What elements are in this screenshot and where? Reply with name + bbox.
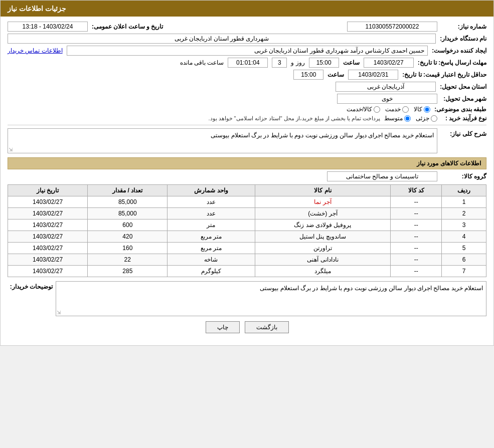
cell-tedad: 600 xyxy=(88,219,168,231)
tabaqe-label: طبقه بندی موضوعی: xyxy=(434,106,486,113)
table-row: 3--پروفیل فولادی ضد زنگمتر6001403/02/27 xyxy=(8,219,486,231)
tarikh-elan-value: 1403/02/24 - 13:18 xyxy=(8,22,88,32)
table-row: 7--میلگردکیلوگرم2851403/02/27 xyxy=(8,266,486,277)
table-row: 6--نادادانی آهنیشاخه221403/02/27 xyxy=(8,254,486,266)
shahr-value: خوی xyxy=(337,94,437,104)
noea-motavas-label[interactable]: متوسط xyxy=(384,115,411,122)
col-radif: ردیف xyxy=(442,185,486,196)
table-row: 5--تراورتنمتر مربع1601403/02/27 xyxy=(8,243,486,254)
cell-vahed: کیلوگرم xyxy=(168,266,255,277)
cell-tarikh: 1403/02/27 xyxy=(8,254,88,266)
cell-vahed: متر مربع xyxy=(168,231,255,243)
hadaqal-label: حداقل تاریخ اعتبار قیمت: تا تاریخ: xyxy=(402,71,486,78)
cell-radif: 1 xyxy=(442,196,486,208)
cell-tarikh: 1403/02/27 xyxy=(8,243,88,254)
shahr-label: شهر محل تحویل: xyxy=(441,95,486,102)
page-container: جزئیات اطلاعات نیاز شماره نیاز: 11030055… xyxy=(0,0,494,346)
tabaqe-kala-label[interactable]: کالا xyxy=(414,106,430,113)
cell-kod: -- xyxy=(391,266,442,277)
kalaha-section-title: اطلاعات کالاهای مورد نیاز xyxy=(8,157,486,169)
tozih-row: استعلام خرید مصالح اجرای دیوار سالن ورزش… xyxy=(8,281,486,316)
cell-radif: 5 xyxy=(442,243,486,254)
tabaqe-kala-khedmat-label[interactable]: کالا/خدمت xyxy=(347,106,380,113)
hadaqal-saet-label: ساعت xyxy=(327,71,344,78)
ijad-value: حسین احمدی کارشناس درآمد شهرداری قطور اس… xyxy=(67,46,428,56)
page-header: جزئیات اطلاعات نیاز xyxy=(1,1,493,17)
cell-radif: 3 xyxy=(442,219,486,231)
cell-kod: -- xyxy=(391,243,442,254)
cell-tarikh: 1403/02/27 xyxy=(8,196,88,208)
tabaqe-kala-radio[interactable] xyxy=(424,106,430,113)
cell-name: پروفیل فولادی ضد زنگ xyxy=(255,219,391,231)
cell-vahed: عدد xyxy=(168,196,255,208)
cell-vahed: عدد xyxy=(168,208,255,219)
goods-table: ردیف کد کالا نام کالا واحد شمارش تعداد /… xyxy=(8,184,486,277)
group-value: تاسیسات و مصالح ساختمانی xyxy=(327,171,437,181)
hadaqal-date: 1403/02/31 xyxy=(348,70,398,80)
noea-jozi-radio[interactable] xyxy=(431,115,437,122)
cell-tarikh: 1403/02/27 xyxy=(8,231,88,243)
noea-radio-group: جزئی متوسط xyxy=(384,115,437,122)
sharh-value: استعلام خرید مصالح اجرای دیوار سالن ورزش… xyxy=(8,128,437,153)
nam-dastgah-label: نام دستگاه خریدار: xyxy=(440,35,486,42)
cell-tedad: 85,000 xyxy=(88,196,168,208)
group-label: گروه کالا: xyxy=(441,173,486,180)
cell-kod: -- xyxy=(391,219,442,231)
ijad-label: ایجاد کننده درخواست: xyxy=(432,47,486,54)
cell-radif: 2 xyxy=(442,208,486,219)
cell-vahed: شاخه xyxy=(168,254,255,266)
cell-name: آجر (خشت) xyxy=(255,208,391,219)
tozih-label: توضیحات خریدار: xyxy=(8,281,53,290)
cell-tarikh: 1403/02/27 xyxy=(8,266,88,277)
table-row: 2--آجر (خشت)عدد85,0001403/02/27 xyxy=(8,208,486,219)
cell-kod: -- xyxy=(391,254,442,266)
hadaqal-saet: 15:00 xyxy=(293,70,323,80)
noea-label: نوع فرآیند خرید : xyxy=(441,115,486,122)
tabaqe-khedmat-label[interactable]: خدمت xyxy=(385,106,409,113)
mohlet-saet-label: ساعت xyxy=(343,59,360,66)
shomare-niaz-label: شماره نیاز: xyxy=(441,23,486,30)
cell-radif: 7 xyxy=(442,266,486,277)
table-row: 1--آجر نماعدد85,0001403/02/27 xyxy=(8,196,486,208)
mohlet-label: مهلت ارسال پاسخ: تا تاریخ: xyxy=(418,59,486,66)
mohlet-baqi-label: ساعت باقی مانده xyxy=(180,59,224,66)
shomare-niaz-value: 1103005572000022 xyxy=(347,22,437,32)
mohlet-roz-label: روز و xyxy=(291,59,304,66)
tabaqe-kala-khedmat-radio[interactable] xyxy=(374,106,380,113)
bazgasht-button[interactable]: بازگشت xyxy=(245,321,289,333)
cell-kod: -- xyxy=(391,196,442,208)
mohlet-roz: 3 xyxy=(272,58,287,68)
mohlet-saet: 15:00 xyxy=(309,58,339,68)
resize-icon: ⇲ xyxy=(9,147,13,152)
mohlet-baqi: 01:01:04 xyxy=(228,58,268,68)
cell-tedad: 160 xyxy=(88,243,168,254)
tarikh-elan-label: تاریخ و ساعت اعلان عمومی: xyxy=(92,23,163,30)
col-tarikh: تاریخ نیاز xyxy=(8,185,88,196)
tabaqe-radio-group: کالا خدمت کالا/خدمت xyxy=(347,106,430,113)
ostan-value: آذربایجان غربی xyxy=(336,82,436,92)
cell-name: میلگرد xyxy=(255,266,391,277)
cell-radif: 6 xyxy=(442,254,486,266)
cell-name: ساندویچ پنل استیل xyxy=(255,231,391,243)
col-name: نام کالا xyxy=(255,185,391,196)
cell-kod: -- xyxy=(391,231,442,243)
cell-radif: 4 xyxy=(442,231,486,243)
cell-name: نادادانی آهنی xyxy=(255,254,391,266)
etelaat-tamas-link[interactable]: اطلاعات تماس خریدار xyxy=(8,47,63,54)
mohlet-date: 1403/02/27 xyxy=(364,58,414,68)
noea-motavas-radio[interactable] xyxy=(404,115,411,122)
bottom-buttons: بازگشت چاپ xyxy=(8,316,486,340)
cell-tarikh: 1403/02/27 xyxy=(8,208,88,219)
noea-jozi-label[interactable]: جزئی xyxy=(416,115,437,122)
tozih-value: استعلام خرید مصالح اجرای دیوار سالن ورزش… xyxy=(56,281,486,316)
ostan-label: استان محل تحویل: xyxy=(440,83,486,90)
goods-section: ردیف کد کالا نام کالا واحد شمارش تعداد /… xyxy=(8,184,486,277)
cell-kod: -- xyxy=(391,208,442,219)
page-title: جزئیات اطلاعات نیاز xyxy=(8,5,66,13)
col-kod: کد کالا xyxy=(391,185,442,196)
chap-button[interactable]: چاپ xyxy=(206,321,240,333)
cell-name: آجر نما xyxy=(255,196,391,208)
cell-name: تراورتن xyxy=(255,243,391,254)
noea-note: پرداخت تمام یا بخشی از مبلغ خرید،از محل … xyxy=(208,115,380,122)
tabaqe-khedmat-radio[interactable] xyxy=(402,106,409,113)
